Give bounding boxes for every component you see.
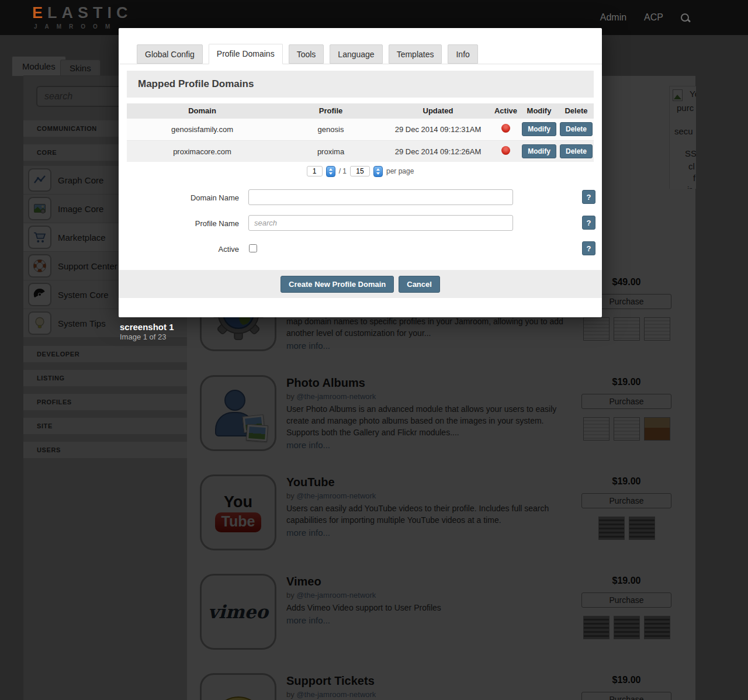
domains-table: Domain Profile Updated Active Modify Del… — [127, 103, 594, 162]
profile-name-label: Profile Name — [119, 219, 239, 228]
profile-domains-modal: Global Config Profile Domains Tools Lang… — [119, 28, 602, 317]
cell-profile: proxima — [278, 140, 384, 162]
per-page-label: per page — [386, 167, 414, 175]
cell-domain: proximacore.com — [127, 140, 278, 162]
modal-tab-global-config[interactable]: Global Config — [137, 44, 203, 64]
cell-profile: genosis — [278, 118, 384, 140]
active-label: Active — [119, 245, 239, 254]
profile-name-input[interactable] — [248, 215, 513, 231]
domain-name-input[interactable] — [248, 189, 513, 205]
cell-updated: 29 Dec 2014 09:12:26AM — [384, 140, 492, 162]
page-of-label: / 1 — [339, 167, 347, 175]
col-active: Active — [492, 103, 520, 118]
modal-tab-info[interactable]: Info — [448, 44, 477, 64]
table-row: proximacore.com proxima 29 Dec 2014 09:1… — [127, 140, 594, 162]
form-row-active: Active ? — [119, 241, 602, 261]
cell-modify: Modify — [520, 140, 559, 162]
nav-acp-link[interactable]: ACP — [644, 12, 663, 23]
lightbox-caption: screenshot 1 Image 1 of 23 — [120, 322, 174, 341]
cell-active — [492, 140, 520, 162]
modal-tab-language[interactable]: Language — [330, 44, 382, 64]
caption-subtitle: Image 1 of 23 — [120, 332, 174, 341]
header-nav: Admin ACP — [600, 0, 690, 35]
col-profile: Profile — [278, 103, 384, 118]
modal-tab-profile-domains[interactable]: Profile Domains — [209, 44, 283, 64]
cell-domain: genosisfamily.com — [127, 118, 278, 140]
table-row: genosisfamily.com genosis 29 Dec 2014 09… — [127, 118, 594, 140]
modal-title: Mapped Profile Domains — [127, 71, 594, 98]
help-button[interactable]: ? — [582, 190, 595, 204]
col-modify: Modify — [520, 103, 559, 118]
pagination-bar: / 1 per page — [127, 162, 594, 181]
col-domain: Domain — [127, 103, 278, 118]
modal-tab-templates[interactable]: Templates — [389, 44, 442, 64]
cell-modify: Modify — [520, 118, 559, 140]
nav-admin-link[interactable]: Admin — [600, 12, 626, 23]
modal-tabbar: Global Config Profile Domains Tools Lang… — [119, 28, 602, 64]
page-stepper[interactable] — [326, 166, 335, 177]
cell-delete: Delete — [559, 140, 594, 162]
active-status-icon — [501, 124, 510, 133]
modify-button[interactable]: Modify — [522, 144, 556, 158]
active-status-icon — [501, 146, 510, 155]
per-page-input[interactable] — [350, 166, 370, 176]
col-delete: Delete — [559, 103, 594, 118]
screen: ELASTIC JAMROOM Admin ACP Modules Skins … — [0, 0, 748, 700]
modal-footer: Create New Profile Domain Cancel — [119, 270, 602, 298]
delete-button[interactable]: Delete — [560, 144, 593, 158]
modify-button[interactable]: Modify — [522, 122, 556, 136]
logo-first-letter: E — [32, 4, 47, 22]
logo-main: ELASTIC — [32, 4, 133, 22]
create-profile-domain-button[interactable]: Create New Profile Domain — [280, 276, 394, 293]
domain-name-label: Domain Name — [119, 193, 239, 202]
logo-rest: LASTIC — [47, 4, 133, 22]
delete-button[interactable]: Delete — [560, 122, 593, 136]
form-row-profile-name: Profile Name ? — [119, 215, 602, 235]
help-button[interactable]: ? — [582, 241, 595, 255]
page-number-input[interactable] — [307, 166, 323, 176]
form-row-domain-name: Domain Name ? — [119, 189, 602, 209]
cell-updated: 29 Dec 2014 09:12:31AM — [384, 118, 492, 140]
caption-title: screenshot 1 — [120, 322, 174, 332]
active-checkbox[interactable] — [249, 244, 257, 252]
cancel-button[interactable]: Cancel — [399, 276, 440, 293]
modal-tab-tools[interactable]: Tools — [289, 44, 324, 64]
col-updated: Updated — [384, 103, 492, 118]
logo-subtitle: JAMROOM — [32, 23, 133, 30]
cell-delete: Delete — [559, 118, 594, 140]
per-page-stepper[interactable] — [373, 166, 383, 177]
search-icon[interactable] — [681, 13, 690, 22]
help-button[interactable]: ? — [582, 216, 595, 230]
cell-active — [492, 118, 520, 140]
elastic-logo[interactable]: ELASTIC JAMROOM — [32, 4, 133, 30]
table-header-row: Domain Profile Updated Active Modify Del… — [127, 103, 594, 118]
